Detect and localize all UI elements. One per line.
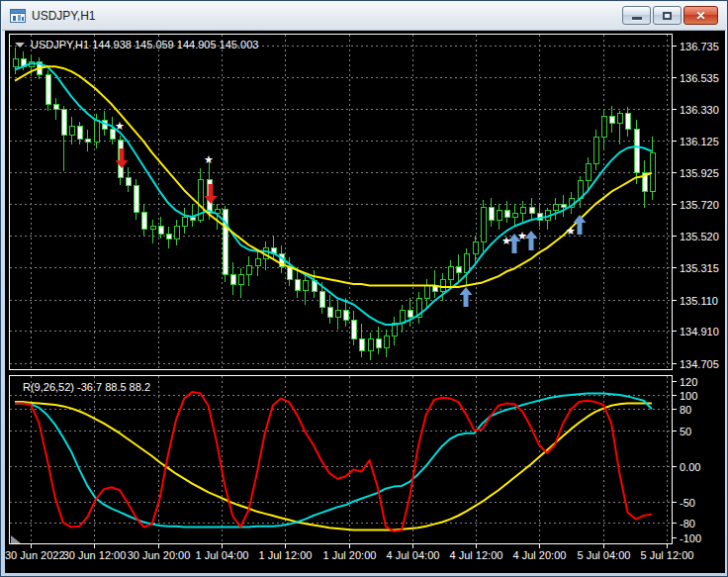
minimize-button[interactable]: [622, 6, 651, 25]
svg-text:4 Jul 04:00: 4 Jul 04:00: [387, 549, 440, 561]
sell-arrow-icon: [205, 184, 218, 204]
window-controls: ✕: [620, 6, 718, 25]
pane-grip-icon[interactable]: [11, 535, 21, 543]
svg-text:136.535: 136.535: [680, 72, 719, 84]
svg-text:-50: -50: [680, 497, 695, 509]
buy-star-icon: ★: [501, 235, 511, 246]
svg-text:135.520: 135.520: [680, 231, 719, 242]
chart-area[interactable]: ★★★★★136.735136.535136.330136.125135.925…: [5, 31, 725, 573]
restore-icon: [663, 12, 672, 20]
svg-text:-80: -80: [680, 518, 695, 529]
svg-text:134.910: 134.910: [680, 326, 719, 337]
sell-star-icon: ★: [115, 120, 125, 132]
terminal-chart-window: USDJPY,H1 ✕ ★★★★★136.735136.535136.33013…: [0, 0, 728, 577]
svg-text:135.315: 135.315: [680, 262, 719, 274]
price-axis: 136.735136.535136.330136.125135.925135.7…: [672, 41, 719, 370]
svg-text:50: 50: [680, 426, 691, 437]
close-button[interactable]: ✕: [683, 6, 718, 25]
oscillator-cyan-line: [15, 394, 652, 528]
pane-borders: [10, 35, 673, 544]
title-bar[interactable]: USDJPY,H1 ✕: [2, 2, 726, 31]
svg-text:135.925: 135.925: [680, 167, 719, 179]
sell-arrow-icon: [116, 148, 129, 168]
oscillator-yellow-line: [15, 402, 652, 529]
window-title: USDJPY,H1: [32, 9, 95, 23]
svg-text:4 Jul 20:00: 4 Jul 20:00: [513, 549, 567, 561]
svg-text:-100: -100: [680, 532, 701, 544]
symbol-dropdown-icon: [15, 43, 25, 48]
price-chart[interactable]: ★★★★★136.735136.535136.330136.125135.925…: [5, 31, 725, 573]
grid-lines: [10, 35, 671, 542]
svg-text:5 Jul 12:00: 5 Jul 12:00: [641, 549, 694, 561]
oscillator-red-line: [15, 392, 652, 531]
svg-text:1 Jul 04:00: 1 Jul 04:00: [196, 549, 249, 561]
ohlc-header: USDJPY,H1 144.938 145.059 144.905 145.00…: [15, 39, 258, 50]
buy-arrow-icon: [460, 287, 473, 307]
indicator-label: R(9,26,52) -36.7 88.5 88.2: [23, 381, 150, 393]
svg-text:135.110: 135.110: [680, 295, 718, 307]
svg-text:4 Jul 12:00: 4 Jul 12:00: [450, 549, 503, 561]
chart-icon: [10, 8, 26, 24]
svg-text:30 Jun 12:00: 30 Jun 12:00: [63, 549, 127, 561]
svg-text:136.330: 136.330: [680, 104, 719, 116]
svg-text:136.735: 136.735: [680, 41, 719, 52]
oscillator-layer: [15, 392, 652, 531]
svg-text:80: 80: [680, 404, 691, 416]
minimize-icon: [632, 17, 642, 20]
svg-text:120: 120: [680, 376, 697, 388]
svg-text:30 Jun 20:00: 30 Jun 20:00: [128, 549, 191, 561]
svg-text:135.720: 135.720: [680, 199, 719, 211]
sell-star-icon: ★: [204, 153, 214, 165]
svg-text:USDJPY,H1 144.938 145.059 144.: USDJPY,H1 144.938 145.059 144.905 145.00…: [31, 39, 258, 50]
svg-text:0.00: 0.00: [680, 461, 700, 473]
svg-text:5 Jul 04:00: 5 Jul 04:00: [578, 549, 631, 561]
close-icon: ✕: [695, 10, 705, 22]
buy-star-icon: ★: [517, 230, 527, 241]
svg-text:100: 100: [680, 390, 697, 402]
restore-button[interactable]: [653, 6, 682, 25]
indicator-axis: 12010080500.00-50-80-100: [672, 376, 701, 544]
svg-text:136.125: 136.125: [680, 136, 719, 147]
time-axis: 30 Jun 202230 Jun 12:0030 Jun 20:001 Jul…: [5, 544, 693, 562]
svg-text:30 Jun 2022: 30 Jun 2022: [5, 549, 65, 561]
buy-star-icon: ★: [566, 225, 576, 237]
svg-text:1 Jul 12:00: 1 Jul 12:00: [259, 549, 313, 561]
svg-text:134.705: 134.705: [680, 358, 719, 370]
svg-text:1 Jul 20:00: 1 Jul 20:00: [323, 549, 377, 561]
ma-slow-line: [15, 66, 652, 287]
